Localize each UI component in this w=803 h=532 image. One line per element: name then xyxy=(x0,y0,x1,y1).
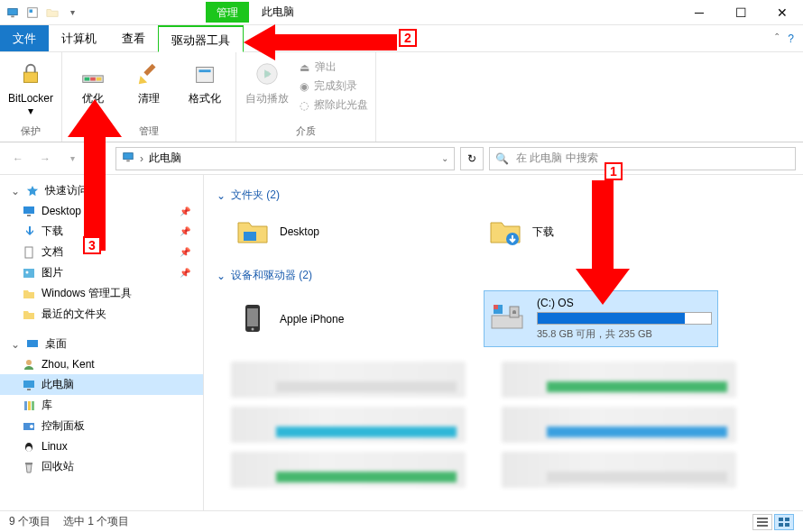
address-path[interactable]: 此电脑 xyxy=(149,151,181,166)
svg-rect-39 xyxy=(494,305,498,309)
drive-tile-c[interactable]: (C:) OS 35.8 GB 可用，共 235 GB xyxy=(484,290,718,347)
erase-disc-button[interactable]: ◌ 擦除此光盘 xyxy=(300,97,368,113)
svg-rect-42 xyxy=(757,521,768,523)
refresh-button[interactable]: ↻ xyxy=(460,147,484,170)
sidebar-item-label: Linux xyxy=(42,440,68,453)
device-tile-iphone[interactable]: Apple iPhone xyxy=(231,290,448,347)
up-button[interactable]: ↑ xyxy=(88,148,110,170)
disc-icon: ◉ xyxy=(300,80,309,93)
view-details-button[interactable] xyxy=(752,514,772,530)
cleanup-label: 清理 xyxy=(138,92,160,105)
ribbon-group-protect: BitLocker▾ 保护 xyxy=(0,52,62,142)
sidebar-item-recycle[interactable]: 回收站 xyxy=(0,456,203,477)
menu-file[interactable]: 文件 xyxy=(0,25,49,51)
svg-rect-24 xyxy=(24,401,27,410)
svg-rect-25 xyxy=(28,401,31,410)
folders-group-header[interactable]: ⌄ 文件夹 (2) xyxy=(217,188,790,203)
tile-label: Apple iPhone xyxy=(280,313,344,326)
address-chevron[interactable]: › xyxy=(140,152,143,165)
sidebar-item-label: 最近的文件夹 xyxy=(42,307,106,322)
folders-header-label: 文件夹 (2) xyxy=(231,188,280,203)
window-controls: ─ ☐ ✕ xyxy=(678,0,803,25)
format-icon xyxy=(190,60,219,88)
folder-tile-desktop[interactable]: Desktop xyxy=(231,210,448,253)
search-box[interactable]: 🔍 在 此电脑 中搜索 xyxy=(489,147,796,170)
linux-icon xyxy=(22,439,36,454)
svg-rect-22 xyxy=(23,381,34,388)
navigation-pane[interactable]: ⌄ 快速访问 Desktop 📌 下载 📌 文档 📌 图片 📌 xyxy=(0,175,204,510)
sidebar-item-recent[interactable]: 最近的文件夹 xyxy=(0,304,203,325)
sidebar-item-downloads[interactable]: 下载 📌 xyxy=(0,221,203,242)
pin-icon: 📌 xyxy=(180,268,190,278)
maximize-button[interactable]: ☐ xyxy=(720,0,761,25)
caret-icon[interactable]: ⌄ xyxy=(11,185,20,197)
svg-rect-6 xyxy=(85,78,90,81)
sidebar-desktop-root[interactable]: ⌄ 桌面 xyxy=(0,334,203,354)
svg-rect-7 xyxy=(90,78,96,81)
svg-rect-9 xyxy=(197,68,214,83)
format-button[interactable]: 格式化 xyxy=(181,56,228,105)
minimize-button[interactable]: ─ xyxy=(678,0,720,25)
sidebar-item-wintools[interactable]: Windows 管理工具 xyxy=(0,283,203,304)
folder-icon[interactable] xyxy=(45,5,60,20)
finish-burn-label: 完成刻录 xyxy=(314,78,357,94)
pc-icon xyxy=(122,151,134,166)
autoplay-button[interactable]: 自动播放 xyxy=(244,56,291,105)
address-bar[interactable]: › 此电脑 ⌄ xyxy=(115,147,455,170)
devices-group-header[interactable]: ⌄ 设备和驱动器 (2) xyxy=(217,268,790,283)
svg-rect-23 xyxy=(27,389,31,390)
close-button[interactable]: ✕ xyxy=(761,0,803,25)
cleanup-button[interactable]: 清理 xyxy=(125,56,172,105)
sidebar-item-user[interactable]: Zhou, Kent xyxy=(0,354,203,374)
sidebar-item-libraries[interactable]: 库 xyxy=(0,395,203,416)
ribbon-body: BitLocker▾ 保护 优化 清理 格式化 xyxy=(0,52,803,142)
sidebar-item-pictures[interactable]: 图片 📌 xyxy=(0,262,203,283)
menu-computer[interactable]: 计算机 xyxy=(49,25,109,51)
properties-icon[interactable] xyxy=(25,5,40,20)
chevron-down-icon: ⌄ xyxy=(217,270,226,282)
sidebar-item-linux[interactable]: Linux xyxy=(0,436,203,456)
sidebar-item-label: Zhou, Kent xyxy=(42,358,95,371)
ribbon-collapse[interactable]: ˆ ? xyxy=(775,25,803,51)
eject-button[interactable]: ⏏ 弹出 xyxy=(300,60,368,75)
group-protect-label: 保护 xyxy=(7,123,54,140)
sidebar-label: 快速访问 xyxy=(45,183,88,198)
autoplay-label: 自动播放 xyxy=(245,92,289,105)
optimize-button[interactable]: 优化 xyxy=(69,56,116,105)
contextual-tab-area: 管理 xyxy=(206,2,249,23)
caret-icon[interactable]: ⌄ xyxy=(11,338,20,351)
folder-icon xyxy=(487,214,523,250)
folder-icon xyxy=(22,307,36,322)
forward-button[interactable]: → xyxy=(34,148,56,170)
svg-rect-10 xyxy=(198,69,210,72)
address-dropdown-icon[interactable]: ⌄ xyxy=(441,153,448,163)
sidebar-quick-access[interactable]: ⌄ 快速访问 xyxy=(0,180,203,201)
pin-icon: 📌 xyxy=(180,206,190,216)
ribbon-tabs: 文件 计算机 查看 驱动器工具 ˆ ? xyxy=(0,25,803,52)
search-placeholder: 在 此电脑 中搜索 xyxy=(516,151,598,166)
dropdown-icon[interactable]: ▾ xyxy=(65,5,79,20)
sidebar-item-documents[interactable]: 文档 📌 xyxy=(0,242,203,262)
folder-tile-downloads[interactable]: 下载 xyxy=(484,210,700,253)
format-label: 格式化 xyxy=(189,92,221,105)
sidebar-item-control-panel[interactable]: 控制面板 xyxy=(0,416,203,436)
ribbon-group-manage: 优化 清理 格式化 管理 xyxy=(62,52,236,142)
sidebar-item-this-pc[interactable]: 此电脑 xyxy=(0,374,203,395)
menu-drive-tools[interactable]: 驱动器工具 xyxy=(158,25,244,52)
svg-rect-15 xyxy=(23,206,34,214)
phone-icon xyxy=(235,301,271,337)
sidebar-item-label: 回收站 xyxy=(42,459,74,474)
chevron-up-icon[interactable]: ˆ xyxy=(775,32,779,45)
sidebar-item-desktop[interactable]: Desktop 📌 xyxy=(0,201,203,221)
erase-disc-label: 擦除此光盘 xyxy=(314,97,368,113)
recent-dropdown[interactable]: ▾ xyxy=(61,148,83,170)
title-bar: ▾ 管理 此电脑 ─ ☐ ✕ xyxy=(0,0,803,25)
finish-burn-button[interactable]: ◉ 完成刻录 xyxy=(300,78,368,94)
menu-view[interactable]: 查看 xyxy=(109,25,158,51)
blurred-tile xyxy=(231,407,466,443)
content-pane[interactable]: ⌄ 文件夹 (2) Desktop 下载 ⌄ 设备和驱动器 (2) xyxy=(204,175,803,510)
help-icon[interactable]: ? xyxy=(788,32,794,45)
bitlocker-button[interactable]: BitLocker▾ xyxy=(7,56,54,118)
view-tiles-button[interactable] xyxy=(774,514,794,530)
back-button[interactable]: ← xyxy=(7,148,29,170)
